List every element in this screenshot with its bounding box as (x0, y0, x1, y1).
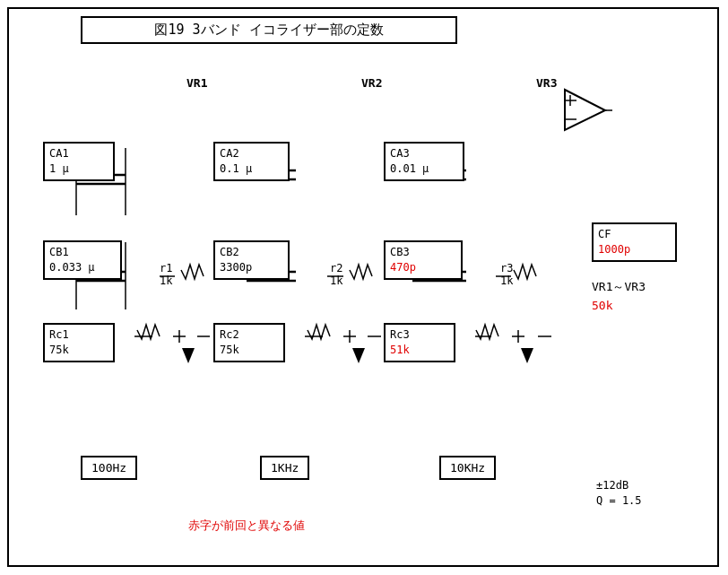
rc2-box: Rc2 75k (213, 323, 285, 362)
svg-marker-32 (352, 348, 365, 363)
specs-box: ±12dB Q = 1.5 (592, 475, 690, 511)
title-text: 図19 3バンド イコライザー部の定数 (154, 22, 383, 38)
opamp-symbol (560, 85, 614, 135)
freq-box-3: 10KHz (439, 456, 496, 480)
vr2-label: VR2 (361, 76, 382, 90)
title-box: 図19 3バンド イコライザー部の定数 (81, 16, 457, 44)
vr-range-box: VR1～VR3 50k (592, 278, 646, 316)
freq-box-1: 100Hz (81, 456, 137, 480)
ca3-box: CA3 0.01 μ (384, 142, 464, 181)
cb3-box: CB3 470p (384, 240, 463, 280)
ca1-box: CA1 1 μ (43, 142, 115, 181)
vr1-label: VR1 (186, 76, 207, 90)
r3-label: r3 1k (500, 262, 513, 287)
vr3-label: VR3 (536, 76, 557, 90)
cb2-box: CB2 3300p (213, 240, 290, 280)
r1-label: r1 1k (160, 262, 172, 287)
rc1-box: Rc1 75k (43, 323, 115, 362)
rc3-box: Rc3 51k (384, 323, 455, 362)
cb1-box: CB1 0.033 μ (43, 240, 122, 280)
freq-box-2: 1KHz (260, 456, 309, 480)
svg-marker-31 (182, 348, 195, 363)
r2-label: r2 1k (330, 262, 342, 287)
main-container: 図19 3バンド イコライザー部の定数 VR1 VR2 VR3 CA1 1 μ … (7, 7, 719, 567)
red-note: 赤字が前回と異なる値 (188, 518, 305, 534)
svg-marker-33 (521, 348, 533, 363)
ca2-box: CA2 0.1 μ (213, 142, 290, 181)
cf-box: CF 1000p (592, 222, 677, 262)
